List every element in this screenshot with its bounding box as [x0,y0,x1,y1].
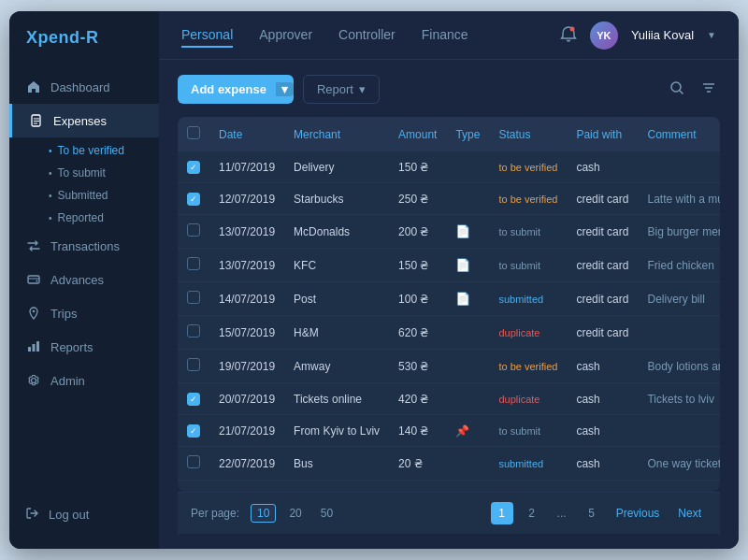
wallet-icon [26,272,41,287]
sidebar-item-transactions[interactable]: Transactions [9,229,159,263]
sidebar-item-dashboard[interactable]: Dashboard [9,70,159,104]
page-5[interactable]: 5 [581,502,603,524]
row-amount: 140 ₴ [389,415,446,447]
app-container: Xpend-R Dashboard Expenses [9,11,739,549]
tab-personal[interactable]: Personal [181,23,233,48]
search-icon[interactable] [666,77,688,103]
add-expense-caret[interactable]: ▾ [276,82,294,96]
row-status: duplicate [489,316,567,350]
row-amount: 620 ₴ [389,316,446,350]
row-status: to submit [489,215,567,249]
row-type: 📄 [446,282,489,316]
submenu-reported[interactable]: Reported [49,207,159,229]
submenu-to-verify[interactable]: To be verified [49,139,159,162]
svg-rect-8 [33,344,36,352]
row-paid-with: credit card [567,215,638,249]
sidebar-item-reports[interactable]: Reports [9,330,159,364]
row-comment: Big burger menu, cola light [638,215,720,249]
sidebar-item-expenses[interactable]: Expenses [9,104,159,137]
table-row: 13/07/2019KFC150 ₴📄to submitcredit cardF… [178,249,720,282]
row-paid-with: credit card [567,316,638,350]
per-page-label: Per page: [191,507,239,520]
row-date: 19/07/2019 [209,350,284,383]
col-paid-with[interactable]: Paid with [567,117,638,151]
row-date: 22/07/2019 [209,447,284,481]
logout-button[interactable]: Log out [9,497,159,532]
sidebar-label-expenses: Expenses [53,114,107,128]
chevron-down-icon[interactable]: ▼ [707,30,716,40]
sidebar-item-trips[interactable]: Trips [9,296,159,330]
next-page-button[interactable]: Next [672,507,707,520]
row-date: 11/07/2019 [209,151,284,183]
nav-tabs: Personal Approver Controller Finance [181,23,560,48]
row-checkbox[interactable] [187,257,200,270]
row-merchant: Amway [284,350,389,383]
tab-controller[interactable]: Controller [338,23,396,48]
col-status[interactable]: Status [489,117,567,151]
svg-line-12 [680,91,683,94]
row-comment [638,151,720,183]
filter-icon[interactable] [698,77,720,103]
col-date[interactable]: Date [209,117,284,151]
col-comment[interactable]: Comment [638,117,720,151]
row-type [446,316,489,350]
sidebar-label-admin: Admin [50,374,85,388]
document-icon: 📄 [455,224,470,238]
row-checkbox[interactable]: ✓ [187,193,200,206]
row-paid-with: credit card [567,249,638,282]
page-2[interactable]: 2 [521,502,543,524]
per-page-20[interactable]: 20 [283,505,307,522]
row-type [446,447,489,481]
row-checkbox[interactable] [187,223,200,237]
row-date: 15/07/2019 [209,316,284,350]
tab-finance[interactable]: Finance [422,23,468,48]
row-checkbox[interactable] [187,358,200,371]
logout-icon [26,507,39,523]
row-checkbox[interactable] [187,324,200,337]
row-merchant: Bus [284,447,389,481]
sidebar-item-advances[interactable]: Advances [9,263,159,296]
row-merchant: Starbucks [284,183,389,215]
pagination-bar: Per page: 10 20 50 1 2 ... 5 Previous Ne… [178,492,720,534]
report-button[interactable]: Report ▾ [303,75,380,104]
row-comment: Delivery bill [638,282,720,316]
row-status: to submit [489,415,567,447]
per-page-50[interactable]: 50 [315,505,338,522]
submenu-to-submit[interactable]: To submit [49,162,159,184]
location-pin-icon: 📌 [455,424,469,438]
submenu-submitted[interactable]: Submitted [49,184,159,207]
svg-rect-9 [36,341,39,352]
notification-bell-icon[interactable] [560,25,577,46]
row-merchant: McDonalds [284,215,389,249]
user-avatar[interactable]: YK [590,22,618,50]
tab-approver[interactable]: Approver [259,23,312,48]
per-page-10[interactable]: 10 [251,504,276,523]
row-status: submitted [489,447,567,481]
row-amount: 420 ₴ [389,383,446,415]
row-checkbox[interactable]: ✓ [187,393,200,406]
col-merchant[interactable]: Merchant [284,117,389,151]
select-all-checkbox[interactable] [187,126,200,139]
col-amount[interactable]: Amount [389,117,446,151]
row-merchant: From Kyiv to Lviv [284,415,389,447]
page-1[interactable]: 1 [491,502,513,524]
row-checkbox[interactable] [187,455,200,468]
row-status: to be verified [489,151,567,183]
col-type[interactable]: Type [446,117,489,151]
row-type: 📄 [446,215,489,249]
row-type [446,383,489,415]
row-checkbox[interactable]: ✓ [187,161,200,174]
row-merchant: Delivery [284,151,389,183]
row-checkbox[interactable] [187,291,200,304]
user-name: Yuliia Koval [631,28,694,42]
file-icon [29,113,44,128]
row-type [446,350,489,383]
sidebar-label-advances: Advances [50,273,104,287]
report-label: Report [317,82,353,96]
add-expense-button[interactable]: Add expense ▾ [178,75,294,104]
prev-page-button[interactable]: Previous [611,507,666,520]
table-row: ✓20/07/2019Tickets online420 ₴duplicatec… [178,383,720,415]
row-comment [638,415,720,447]
sidebar-item-admin[interactable]: Admin [9,364,159,397]
row-checkbox[interactable]: ✓ [187,424,200,438]
